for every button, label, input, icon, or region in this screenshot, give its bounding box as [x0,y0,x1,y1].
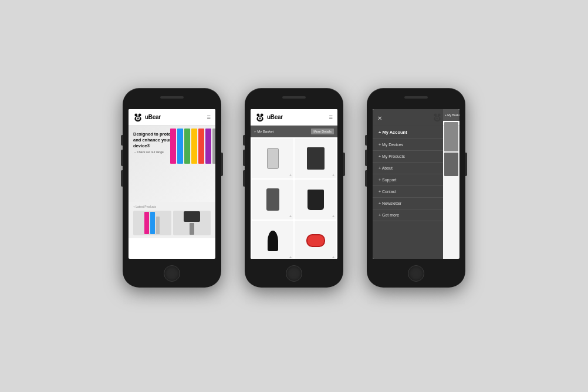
phone-1-product-grid [133,211,211,235]
svg-point-12 [260,117,261,119]
menu-support-label: + Support [379,178,397,182]
phone-2-reflection [245,286,343,304]
product-cell-4[interactable]: + [295,180,336,219]
product-add-2-icon[interactable]: + [332,173,334,177]
phone-2-container: uBear ≡ + My Basket More Details + + [245,88,343,304]
svg-point-1 [138,113,141,116]
product-cell-6[interactable]: + [295,221,336,259]
product-add-6-icon[interactable]: + [332,255,334,259]
product-cell-3[interactable]: + [252,180,293,219]
phone-1-hero-products [170,129,215,164]
svg-point-5 [138,117,139,119]
menu-item-account[interactable]: + My Account [373,126,443,139]
phone3-side-button-power [465,153,467,176]
phone-2-brand: uBear [255,113,283,122]
svg-point-0 [134,113,137,116]
svg-point-4 [137,117,138,119]
svg-point-10 [258,116,262,120]
phone-2-basket-bar: + My Basket More Details [251,126,337,137]
product-thumb-2[interactable] [173,211,211,235]
phone-3-reflection [367,286,465,304]
phone-1-screen: uBear ≡ Designed to protect and enhance … [129,109,215,259]
phone-1-shell: uBear ≡ Designed to protect and enhance … [123,88,221,288]
phone-3-basket-peek-label: + My Basket [445,113,459,117]
menu-products-label: + My Products [379,154,405,158]
wristband-icon [306,234,325,247]
ubear-logo-icon [133,113,143,122]
side-button-vol-up [121,150,123,166]
menu-about-label: + About [379,166,393,170]
phone3-side-button-mute [365,135,367,146]
textured-case-icon [266,188,279,211]
phone-2-screen: uBear ≡ + My Basket More Details + + [251,109,337,259]
phone-2-home-button[interactable] [286,265,302,282]
menu-newsletter-label: + Newsletter [379,201,401,205]
phone-1-brand-name: uBear [145,114,161,120]
phone-2-hamburger-icon[interactable]: ≡ [329,114,333,120]
phone-1-latest-section: + Latest Products [129,202,215,238]
product-box-blue [177,129,183,164]
joystick-icon [268,231,278,251]
menu-item-support[interactable]: + Support [373,174,443,186]
phone2-side-button-vol-up [243,150,245,166]
peek-product-1 [444,122,458,151]
phone-3-menu-close-button[interactable]: ✕ [373,113,443,124]
product-add-5-icon[interactable]: + [289,255,292,259]
phone-3-peek-products [443,121,459,177]
svg-point-8 [261,113,263,116]
menu-devices-label: + My Devices [379,143,403,147]
phone3-side-button-vol-down [365,170,367,187]
phone-3-peek: + My Basket [443,109,459,259]
svg-point-11 [259,117,260,119]
svg-point-7 [256,113,259,116]
product-box-yellow [191,129,197,164]
peek-product-2 [444,153,458,176]
phone-1-appbar: uBear ≡ [129,109,215,126]
side-button-power [221,153,223,176]
svg-point-3 [136,116,140,120]
phone2-side-button-mute [243,135,245,146]
phone-3-shell: uBe + My Basket ✕ + My Account [367,88,465,288]
menu-contact-label: + Contact [379,190,396,194]
phone-1-reflection [123,286,221,304]
phone-2-basket-label[interactable]: + My Basket [254,130,273,133]
phone-2-brand-name: uBear [267,114,283,120]
phone-3-peek-basket-bar: + My Basket [443,109,459,121]
phone-3-screen: uBe + My Basket ✕ + My Account [373,109,459,259]
product-cell-2[interactable]: + [295,138,336,178]
ubear-logo-2-icon [255,113,265,122]
product-add-3-icon[interactable]: + [289,214,292,218]
product-cell-5[interactable]: + [252,221,293,259]
menu-item-devices[interactable]: + My Devices [373,139,443,151]
menu-item-contact[interactable]: + Contact [373,186,443,198]
sleeve-icon [307,147,325,170]
phone-3-home-button[interactable] [408,265,424,282]
phone2-side-button-power [343,153,345,176]
product-add-4-icon[interactable]: + [332,214,334,218]
side-button-vol-down [121,170,123,187]
product-add-1-icon[interactable]: + [289,173,292,177]
product-box-clear [212,129,215,164]
phone-2-products-grid: + + + + + [251,137,337,259]
phone-case-1-icon [267,148,279,169]
phone-1-latest-label: + Latest Products [133,205,211,208]
side-button-mute [121,135,123,146]
product-cell-1[interactable]: + [252,138,293,178]
phone-1-brand: uBear [133,113,161,122]
phone-3-container: uBe + My Basket ✕ + My Account [367,88,465,304]
menu-item-getmore[interactable]: + Get more [373,209,443,221]
menu-getmore-label: + Get more [379,213,399,217]
phone-1-hamburger-icon[interactable]: ≡ [207,114,211,120]
menu-item-newsletter[interactable]: + Newsletter [373,198,443,209]
dock-icon [307,190,324,210]
product-box-purple [205,129,211,164]
phone-1-home-button[interactable] [164,265,180,282]
menu-item-about[interactable]: + About [373,163,443,174]
phone-1-container: uBear ≡ Designed to protect and enhance … [123,88,221,304]
phone-1-hero: Designed to protect and enhance your dev… [129,126,215,202]
menu-account-label: + My Account [379,130,407,135]
phone-2-more-details-button[interactable]: More Details [311,129,334,134]
product-thumb-1[interactable] [133,211,171,235]
menu-item-products[interactable]: + My Products [373,151,443,163]
product-box-pink [170,129,176,164]
